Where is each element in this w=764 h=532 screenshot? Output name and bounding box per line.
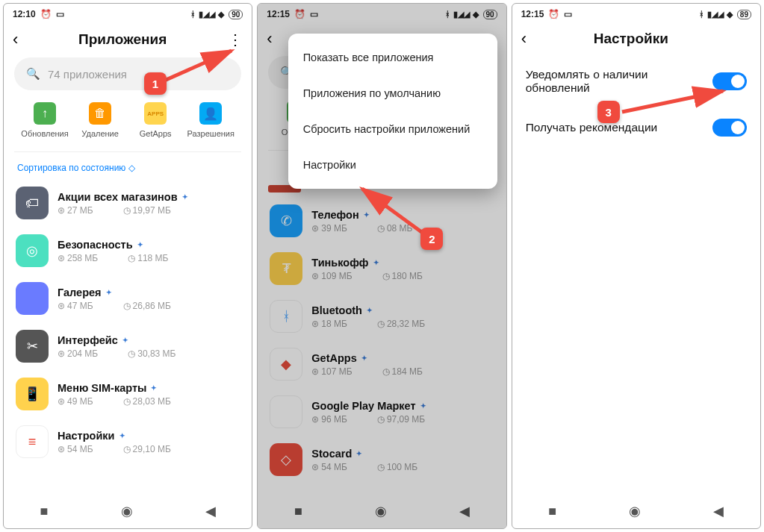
nav-bar: ■ ◉ ◀ <box>258 494 506 528</box>
app-icon: ✂ <box>16 330 49 363</box>
list-item[interactable]: ₮Тинькофф✦⊛ 109 МБ◷ 180 МБ <box>268 245 495 292</box>
svg-line-2 <box>622 91 723 112</box>
upload-icon: ↑ <box>34 102 56 125</box>
nav-back[interactable]: ◀ <box>459 503 470 519</box>
bluetooth-icon: ᚼ <box>190 10 196 19</box>
screen-settings: 12:15⏰▭ ᚼ▮◢◢◆89 ‹ Настройки Уведомлять о… <box>512 3 761 529</box>
sort-icon: ◇ <box>128 163 135 173</box>
memory-size: ⊛ 27 МБ <box>58 205 93 216</box>
arrow-icon <box>618 84 730 119</box>
alarm-icon: ⏰ <box>40 9 52 19</box>
nav-back[interactable]: ◀ <box>713 503 724 519</box>
app-icon: ✆ <box>270 204 302 237</box>
nav-back[interactable]: ◀ <box>205 503 216 519</box>
sort-dropdown[interactable]: Сортировка по состоянию ◇ <box>4 152 252 179</box>
step-badge-2: 2 <box>420 228 443 250</box>
list-item[interactable]: Галерея✦⊛ 47 МБ◷ 26,86 МБ <box>14 275 241 322</box>
list-item[interactable]: 📱Меню SIM-карты✦⊛ 49 МБ◷ 28,03 МБ <box>14 370 241 418</box>
wifi-icon: ◆ <box>218 10 224 19</box>
list-item[interactable]: ◎Безопасность✦⊛ 258 МБ◷ 118 МБ <box>14 227 241 275</box>
app-list[interactable]: 🏷Акции всех магазинов✦⊛ 27 МБ◷ 19,97 МБ … <box>4 179 252 494</box>
list-item[interactable]: ◆GetApps✦⊛ 107 МБ◷ 184 МБ <box>268 340 495 388</box>
alarm-icon: ⏰ <box>294 9 305 19</box>
back-button[interactable]: ‹ <box>267 31 286 47</box>
loading-icon: ✦ <box>122 337 128 344</box>
app-icon: ₮ <box>270 252 302 285</box>
toggle-switch[interactable] <box>712 119 747 137</box>
app-icon: ◎ <box>16 234 49 267</box>
nav-home[interactable]: ◉ <box>375 503 387 519</box>
shortcut-row: ↑ Обновления 🗑 Удаление APPS GetApps 👤 Р… <box>14 98 241 152</box>
app-icon <box>16 282 49 315</box>
page-title: Настройки <box>532 31 730 47</box>
list-item[interactable]: 🏷Акции всех магазинов✦⊛ 27 МБ◷ 19,97 МБ <box>14 179 241 227</box>
nav-bar: ■ ◉ ◀ <box>4 494 252 528</box>
nav-recent[interactable]: ■ <box>548 504 556 519</box>
shortcut-permissions[interactable]: 👤 Разрешения <box>183 102 238 138</box>
nav-recent[interactable]: ■ <box>40 504 49 519</box>
loading-icon: ✦ <box>182 193 188 201</box>
step-badge-3: 3 <box>597 101 620 123</box>
status-time: 12:10 <box>13 9 36 19</box>
status-bar: 12:10 ⏰ ▭ ᚼ ▮◢◢ ◆ 90 <box>4 4 252 25</box>
svg-line-0 <box>164 51 232 81</box>
loading-icon: ✦ <box>106 289 112 296</box>
status-bar: 12:15⏰▭ ᚼ▮◢◢◆90 <box>258 4 506 25</box>
list-item[interactable]: ≡Настройки✦⊛ 54 МБ◷ 29,10 МБ <box>14 418 241 466</box>
nav-home[interactable]: ◉ <box>629 503 641 519</box>
signal-icon: ▮◢◢ <box>199 10 215 19</box>
list-item[interactable]: ᚼBluetooth✦⊛ 18 МБ◷ 28,32 МБ <box>268 292 495 340</box>
status-bar: 12:15⏰▭ ᚼ▮◢◢◆89 <box>512 4 760 25</box>
loading-icon: ✦ <box>151 384 157 392</box>
app-icon: ▶ <box>270 395 302 428</box>
nav-bar: ■ ◉ ◀ <box>512 494 760 528</box>
loading-icon: ✦ <box>137 241 143 248</box>
loading-icon: ✦ <box>119 432 125 439</box>
app-icon: ◇ <box>270 443 302 476</box>
shortcut-updates[interactable]: ↑ Обновления <box>17 102 72 138</box>
screen-apps-menu: 12:15⏰▭ ᚼ▮◢◢◆90 ‹ 🔍 74 пр ↑ Обновле ✆Тел… <box>257 3 506 529</box>
list-item[interactable]: ◇Stocard✦⊛ 54 МБ◷ 100 МБ <box>268 436 495 484</box>
shortcut-delete[interactable]: 🗑 Удаление <box>72 102 128 138</box>
menu-reset-app-prefs[interactable]: Сбросить настройки приложений <box>288 111 497 147</box>
list-item[interactable]: ▶Google Play Маркет✦⊛ 96 МБ◷ 97,09 МБ <box>268 388 495 436</box>
app-icon: ◆ <box>270 348 302 381</box>
step-badge-1: 1 <box>144 72 167 95</box>
window-icon: ▭ <box>56 9 64 19</box>
getapps-icon: APPS <box>144 102 167 125</box>
arrow-icon <box>161 45 243 90</box>
app-icon: ᚼ <box>270 300 302 333</box>
alarm-icon: ⏰ <box>548 9 559 19</box>
shortcut-getapps[interactable]: APPS GetApps <box>128 102 183 138</box>
nav-recent[interactable]: ■ <box>294 504 302 519</box>
svg-line-1 <box>362 189 426 235</box>
trash-icon: 🗑 <box>89 102 111 125</box>
app-icon: 🏷 <box>16 187 49 219</box>
menu-default-apps[interactable]: Приложения по умолчанию <box>288 75 497 111</box>
search-placeholder: 74 приложения <box>48 68 127 81</box>
overflow-menu: Показать все приложения Приложения по ум… <box>288 34 497 189</box>
search-icon: 🔍 <box>26 67 40 81</box>
menu-show-all-apps[interactable]: Показать все приложения <box>288 40 497 75</box>
storage-size: ◷ 19,97 МБ <box>123 205 171 216</box>
menu-settings[interactable]: Настройки <box>288 147 497 183</box>
battery-icon: 90 <box>229 10 243 19</box>
list-item[interactable]: ✂Интерфейс✦⊛ 204 МБ◷ 30,83 МБ <box>14 322 241 370</box>
permissions-icon: 👤 <box>199 102 222 125</box>
screen-apps: 12:10 ⏰ ▭ ᚼ ▮◢◢ ◆ 90 ‹ Приложения ⋮ 🔍 74… <box>3 3 252 529</box>
app-icon: 📱 <box>16 378 49 410</box>
nav-home[interactable]: ◉ <box>121 503 133 519</box>
app-icon: ≡ <box>16 425 49 458</box>
